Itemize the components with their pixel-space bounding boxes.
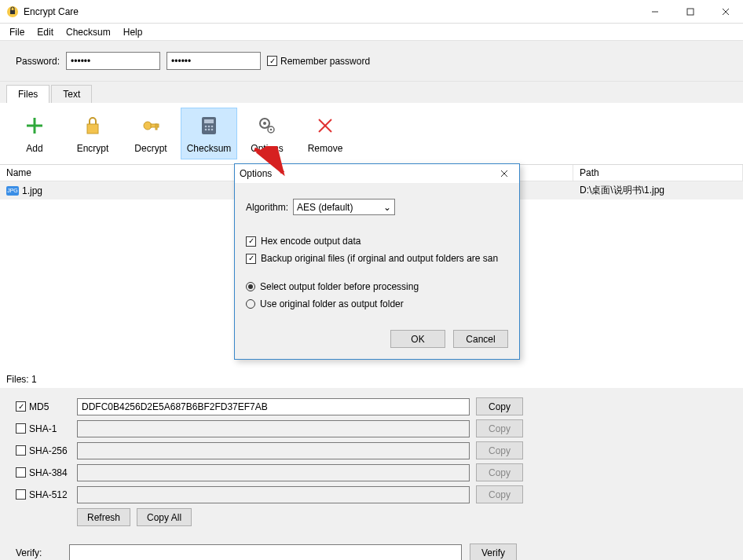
svg-point-19 (211, 129, 214, 131)
password-field-2[interactable] (167, 52, 261, 70)
options-label: Options (251, 143, 283, 154)
files-count: Files: 1 (0, 371, 743, 388)
checksum-label: Checksum (187, 143, 232, 154)
gears-icon (254, 113, 280, 138)
sha384-copy-button: Copy (476, 463, 523, 481)
md5-checkbox[interactable]: ✓MD5 (16, 401, 71, 412)
key-icon (138, 113, 163, 138)
menu-edit[interactable]: Edit (31, 25, 60, 39)
dialog-title: Options (240, 168, 494, 179)
remember-label: Remember password (280, 56, 370, 67)
ok-button[interactable]: OK (390, 330, 445, 348)
svg-rect-11 (156, 124, 157, 130)
titlebar: Encrypt Care (0, 0, 743, 24)
radio-icon (246, 282, 255, 291)
sha1-value (77, 420, 470, 437)
dialog-titlebar[interactable]: Options (235, 164, 519, 183)
sha1-checkbox[interactable]: SHA-1 (16, 423, 71, 434)
remove-button[interactable]: Remove (297, 108, 353, 159)
column-path[interactable]: Path (573, 165, 743, 181)
menu-file[interactable]: File (3, 25, 31, 39)
svg-point-16 (211, 126, 214, 128)
tab-files[interactable]: Files (6, 85, 49, 103)
sha1-copy-button: Copy (476, 419, 523, 437)
verify-label: Verify: (16, 547, 61, 558)
radio-icon (246, 299, 255, 309)
checkbox-icon: ✓ (246, 236, 256, 247)
app-icon (6, 5, 19, 18)
sha384-checkbox[interactable]: SHA-384 (16, 467, 71, 478)
toolbar: Add Encrypt Decrypt Checksum Options Rem… (0, 103, 743, 164)
svg-point-23 (270, 129, 273, 131)
decrypt-label: Decrypt (134, 143, 167, 154)
options-button[interactable]: Options (239, 108, 295, 159)
encrypt-label: Encrypt (77, 143, 109, 154)
svg-rect-13 (204, 119, 214, 123)
sha256-checkbox[interactable]: SHA-256 (16, 445, 71, 456)
svg-rect-3 (687, 9, 694, 15)
calculator-icon (196, 113, 221, 138)
sha384-value (77, 464, 470, 481)
checksum-button[interactable]: Checksum (181, 108, 237, 159)
radio-use-original[interactable]: Use original folder as output folder (246, 298, 508, 309)
menu-checksum[interactable]: Checksum (60, 25, 117, 39)
sha512-value (77, 486, 470, 503)
checkbox-icon (16, 489, 26, 500)
checkbox-icon: ✓ (246, 254, 256, 264)
jpg-icon: JPG (6, 186, 19, 196)
dialog-close-button[interactable] (494, 166, 514, 181)
svg-point-17 (205, 129, 207, 131)
backup-checkbox[interactable]: ✓ Backup original files (if orginal and … (246, 253, 508, 264)
svg-point-15 (208, 126, 210, 128)
refresh-button[interactable]: Refresh (77, 508, 130, 526)
copy-all-button[interactable]: Copy All (137, 508, 192, 526)
checkbox-icon: ✓ (16, 401, 26, 412)
checksum-panel: ✓MD5 Copy SHA-1 Copy SHA-256 Copy SHA-38… (0, 388, 743, 560)
svg-rect-1 (10, 10, 15, 14)
add-button[interactable]: Add (6, 108, 63, 159)
checkbox-icon: ✓ (267, 56, 277, 66)
svg-rect-8 (87, 124, 98, 134)
minimize-button[interactable] (637, 0, 672, 23)
decrypt-button[interactable]: Decrypt (123, 108, 179, 159)
remove-label: Remove (308, 143, 343, 154)
maximize-button[interactable] (672, 0, 708, 23)
plus-icon (22, 113, 47, 138)
encrypt-button[interactable]: Encrypt (64, 108, 121, 159)
svg-point-18 (208, 129, 210, 131)
password-row: Password: ✓ Remember password (0, 41, 743, 82)
hex-encode-checkbox[interactable]: ✓ Hex encode output data (246, 236, 508, 247)
password-field-1[interactable] (66, 52, 160, 70)
sha256-value (77, 442, 470, 459)
svg-point-21 (263, 122, 266, 125)
remember-password-checkbox[interactable]: ✓ Remember password (267, 56, 370, 67)
checkbox-icon (16, 467, 26, 478)
close-button[interactable] (708, 0, 743, 23)
window-title: Encrypt Care (24, 6, 637, 17)
menubar: File Edit Checksum Help (0, 24, 743, 41)
password-label: Password: (16, 56, 60, 67)
verify-button[interactable]: Verify (470, 544, 517, 560)
radio-select-folder[interactable]: Select output folder before processing (246, 281, 508, 292)
checkbox-icon (16, 423, 26, 434)
verify-input[interactable] (69, 544, 462, 561)
menu-help[interactable]: Help (117, 25, 149, 39)
checkbox-icon (16, 445, 26, 456)
md5-copy-button[interactable]: Copy (476, 397, 523, 415)
file-name: 1.jpg (22, 185, 42, 196)
svg-point-14 (205, 126, 207, 128)
cross-icon (313, 113, 338, 138)
tabstrip: Files Text (0, 82, 743, 103)
sha256-copy-button: Copy (476, 441, 523, 459)
sha512-checkbox[interactable]: SHA-512 (16, 489, 71, 500)
tab-text[interactable]: Text (51, 85, 92, 103)
cancel-button[interactable]: Cancel (453, 330, 508, 348)
md5-value[interactable] (77, 398, 470, 415)
options-dialog: Options Algorithm: AES (default) ⌄ ✓ Hex… (234, 163, 520, 360)
algorithm-select[interactable]: AES (default) ⌄ (293, 199, 395, 215)
add-label: Add (26, 143, 42, 154)
sha512-copy-button: Copy (476, 485, 523, 503)
lock-icon (80, 113, 105, 138)
algorithm-label: Algorithm: (246, 202, 288, 213)
chevron-down-icon: ⌄ (383, 202, 391, 213)
